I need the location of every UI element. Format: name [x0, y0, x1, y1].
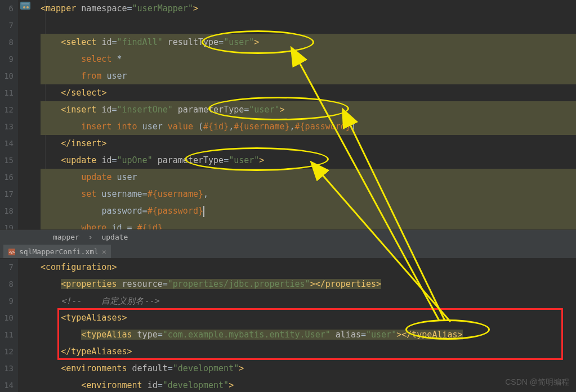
code-line[interactable]: <mapper namespace="userMapper">	[41, 0, 576, 17]
line-number: 16	[0, 169, 14, 186]
line-number: 14	[0, 135, 14, 152]
code-line[interactable]: <properties resource="properties/jdbc.pr…	[41, 276, 576, 292]
line-number: 8	[0, 34, 14, 51]
code-line[interactable]: <update id="upOne" parameterType="user">	[41, 152, 576, 169]
line-number: 10	[0, 309, 14, 326]
top-editor: 6 7 8 9 10 11 12 13 14 15 16 17 18 19 <m…	[0, 0, 576, 229]
code-line[interactable]: password=#{password}	[41, 202, 576, 219]
line-number: 13	[0, 118, 14, 135]
code-line[interactable]: <insert id="insertOne" parameterType="us…	[41, 101, 576, 118]
tab-bar: </> sqlMapperConfi.xml ×	[0, 244, 576, 259]
line-number: 12	[0, 101, 14, 118]
svg-rect-1	[21, 3, 29, 4]
line-number: 11	[0, 326, 14, 343]
code-line[interactable]: <configuration>	[41, 259, 576, 276]
line-number: 17	[0, 186, 14, 202]
line-number: 9	[0, 292, 14, 309]
line-number: 12	[0, 343, 14, 360]
code-line[interactable]: select *	[41, 51, 576, 67]
line-number: 19	[0, 219, 14, 229]
breadcrumb-item[interactable]: mapper	[53, 233, 79, 241]
code-line[interactable]: </select>	[41, 84, 576, 101]
code-line[interactable]: </typeAliases>	[41, 343, 576, 360]
line-number: 9	[0, 51, 14, 67]
svg-point-2	[23, 6, 25, 8]
line-number: 15	[0, 152, 14, 169]
line-number: 6	[0, 0, 14, 17]
svg-point-3	[26, 6, 29, 8]
code-content[interactable]: <mapper namespace="userMapper"> <select …	[41, 0, 576, 229]
code-line[interactable]: <!-- 自定义别名-->	[41, 292, 576, 309]
code-line[interactable]: <environment id="development">	[41, 377, 576, 392]
line-number: 10	[0, 67, 14, 84]
code-line[interactable]: where id = #{id}	[41, 219, 576, 229]
tab-sqlmapperconfi[interactable]: </> sqlMapperConfi.xml ×	[3, 245, 111, 258]
line-number: 13	[0, 360, 14, 377]
file-badge-icon	[19, 0, 33, 11]
breadcrumb[interactable]: mapper › update	[0, 229, 576, 244]
code-line[interactable]: <select id="findAll" resultType="user">	[41, 34, 576, 51]
tab-close-icon[interactable]: ×	[102, 247, 106, 256]
line-number: 11	[0, 84, 14, 101]
text-caret	[203, 206, 204, 217]
code-line[interactable]: from user	[41, 67, 576, 84]
svg-text:</>: </>	[9, 250, 15, 254]
code-line[interactable]: <typeAliases>	[41, 309, 576, 326]
line-number: 14	[0, 377, 14, 392]
code-line[interactable]: <environments default="development">	[41, 360, 576, 377]
tab-label: sqlMapperConfi.xml	[19, 247, 99, 256]
line-number: 7	[0, 17, 14, 34]
xml-file-icon: </>	[8, 248, 16, 256]
line-gutter: 7 8 9 10 11 12 13 14	[0, 259, 18, 392]
breadcrumb-sep: ›	[88, 233, 93, 241]
line-gutter: 6 7 8 9 10 11 12 13 14 15 16 17 18 19	[0, 0, 18, 229]
code-content[interactable]: <configuration> <properties resource="pr…	[41, 259, 576, 392]
code-line[interactable]	[41, 17, 576, 34]
line-number: 8	[0, 276, 14, 292]
code-line[interactable]: <typeAlias type="com.example.mybatis.ent…	[41, 326, 576, 343]
code-line[interactable]: set username=#{username},	[41, 186, 576, 202]
code-line[interactable]: insert into user value (#{id},#{username…	[41, 118, 576, 135]
line-number: 7	[0, 259, 14, 276]
line-number: 18	[0, 202, 14, 219]
watermark: CSDN @简明编程	[505, 377, 569, 388]
breadcrumb-item[interactable]: update	[101, 233, 128, 241]
bottom-editor: 7 8 9 10 11 12 13 14 <configuration> <pr…	[0, 259, 576, 392]
code-line[interactable]: </insert>	[41, 135, 576, 152]
code-line[interactable]: update user	[41, 169, 576, 186]
